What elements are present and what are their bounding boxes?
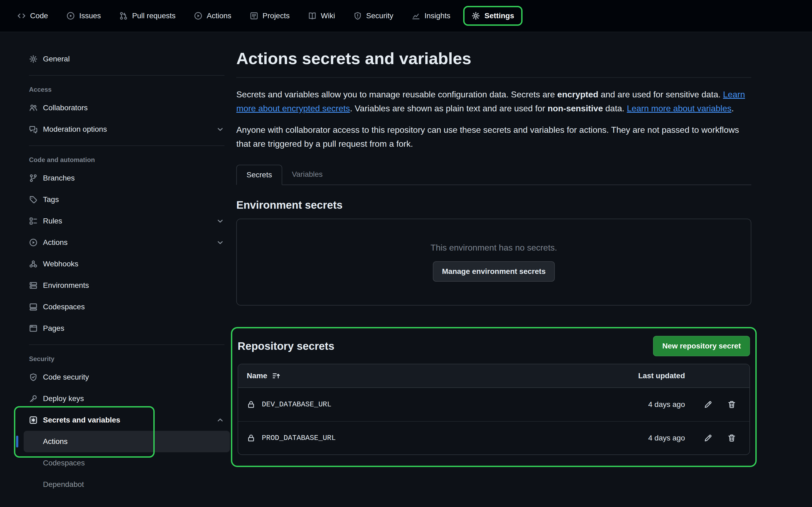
intro-text-segment: and are used for sensitive data. [598, 90, 723, 99]
tab-label: Issues [79, 11, 101, 20]
sidebar-item-branches[interactable]: Branches [23, 167, 230, 189]
chevron-down-icon [216, 125, 224, 133]
key-icon [29, 394, 38, 403]
sidebar-subitem-dependabot[interactable]: Dependabot [23, 474, 230, 495]
sidebar-item-label: Environments [43, 281, 89, 290]
sidebar-item-code-security[interactable]: Code security [23, 367, 230, 388]
codespaces-icon [29, 302, 38, 311]
intro-text-segment: . [731, 104, 734, 113]
intro-text-segment: Secrets and variables allow you to manag… [236, 90, 557, 99]
sidebar-item-webhooks[interactable]: Webhooks [23, 253, 230, 275]
delete-secret-button[interactable] [723, 429, 741, 447]
intro-text-segment: . Variables are shown as plain text and … [350, 104, 548, 113]
sidebar-item-collaborators[interactable]: Collaborators [23, 97, 230, 119]
browser-icon [29, 324, 38, 333]
environment-secrets-empty-box: This environment has no secrets. Manage … [236, 219, 751, 305]
divider [29, 146, 224, 146]
sort-ascending-icon[interactable] [272, 372, 281, 380]
sidebar-item-pages[interactable]: Pages [23, 318, 230, 339]
tab-label: Insights [424, 11, 451, 20]
sidebar-item-label: Branches [43, 174, 74, 182]
gear-icon [29, 55, 38, 63]
sidebar-heading-code-automation: Code and automation [23, 151, 230, 167]
repo-tab-bar: Code Issues Pull requests Actions Projec… [0, 0, 812, 32]
sidebar-item-label: Tags [43, 195, 59, 204]
shield-check-icon [29, 373, 38, 382]
tab-label: Pull requests [132, 11, 175, 20]
shield-icon [353, 11, 362, 20]
sidebar-item-secrets-and-variables[interactable]: Secrets and variables [23, 409, 230, 431]
sidebar-item-label: Codespaces [43, 302, 85, 311]
intro-text-segment: data. [603, 104, 627, 113]
tab-label: Wiki [321, 11, 335, 20]
trash-icon [727, 400, 736, 409]
sidebar-item-label: Webhooks [43, 260, 79, 268]
column-header-name: Name [247, 372, 267, 380]
chevron-down-icon [216, 238, 224, 247]
repository-secrets-table: Name Last updated DEV_DATABASE_URL 4 day… [238, 364, 750, 455]
sidebar-item-label: Deploy keys [43, 394, 84, 403]
sidebar-item-environments[interactable]: Environments [23, 275, 230, 296]
git-pull-request-icon [119, 11, 128, 20]
manage-environment-secrets-button[interactable]: Manage environment secrets [433, 261, 555, 282]
sidebar-subitem-actions[interactable]: Actions [23, 431, 230, 452]
rules-icon [29, 217, 38, 225]
sidebar-item-label: Pages [43, 324, 64, 333]
sidebar-item-label: Secrets and variables [43, 416, 120, 425]
issue-opened-icon [66, 11, 75, 20]
settings-sidebar: General Access Collaborators Moderation … [0, 32, 236, 501]
edit-secret-button[interactable] [699, 395, 717, 414]
tab-pull-requests[interactable]: Pull requests [114, 8, 181, 23]
chevron-down-icon [216, 217, 224, 225]
tab-insights[interactable]: Insights [406, 8, 456, 23]
table-header-row: Name Last updated [238, 364, 750, 388]
tab-settings[interactable]: Settings [463, 6, 522, 26]
tab-issues[interactable]: Issues [61, 8, 106, 23]
tab-wiki[interactable]: Wiki [303, 8, 341, 23]
annotation-box-repository-secrets: Repository secrets New repository secret… [231, 327, 757, 467]
intro-paragraph-2: Anyone with collaborator access to this … [236, 123, 751, 151]
graph-icon [412, 11, 420, 20]
secrets-icon [29, 416, 38, 425]
sidebar-item-label: Rules [43, 217, 62, 225]
tab-code[interactable]: Code [12, 8, 53, 23]
sidebar-item-rules[interactable]: Rules [23, 210, 230, 232]
sidebar-subitem-codespaces[interactable]: Codespaces [23, 452, 230, 474]
sidebar-heading-access: Access [23, 81, 230, 97]
lock-icon [247, 400, 255, 409]
tab-projects[interactable]: Projects [244, 8, 295, 23]
delete-secret-button[interactable] [723, 395, 741, 414]
sidebar-item-label: General [43, 55, 70, 63]
sidebar-item-moderation-options[interactable]: Moderation options [23, 119, 230, 140]
new-repository-secret-button[interactable]: New repository secret [653, 336, 750, 356]
play-icon [194, 11, 202, 20]
table-row: DEV_DATABASE_URL 4 days ago [238, 388, 750, 421]
table-icon [250, 11, 258, 20]
tab-actions[interactable]: Actions [189, 8, 237, 23]
sidebar-item-tags[interactable]: Tags [23, 189, 230, 210]
sidebar-item-actions[interactable]: Actions [23, 232, 230, 253]
secret-name: DEV_DATABASE_URL [262, 400, 332, 408]
sidebar-item-label: Moderation options [43, 125, 107, 133]
sidebar-item-general[interactable]: General [23, 48, 230, 70]
tab-secrets[interactable]: Secrets [236, 165, 282, 185]
table-row: PROD_DATABASE_URL 4 days ago [238, 421, 750, 454]
trash-icon [727, 434, 736, 442]
sidebar-item-codespaces[interactable]: Codespaces [23, 296, 230, 318]
git-branch-icon [29, 174, 38, 182]
tag-icon [29, 195, 38, 204]
tab-variables[interactable]: Variables [282, 165, 333, 185]
tab-security[interactable]: Security [348, 8, 399, 23]
link-variables[interactable]: Learn more about variables [627, 104, 731, 113]
settings-content: Actions secrets and variables Secrets an… [236, 32, 751, 467]
pencil-icon [704, 400, 712, 409]
environment-secrets-heading: Environment secrets [236, 199, 751, 211]
chevron-up-icon [216, 416, 224, 425]
edit-secret-button[interactable] [699, 429, 717, 447]
lock-icon [247, 434, 255, 442]
sidebar-subitem-label: Dependabot [43, 480, 84, 489]
intro-bold-encrypted: encrypted [557, 90, 598, 99]
sidebar-subitem-label: Actions [43, 437, 68, 446]
secrets-variables-tabnav: Secrets Variables [236, 165, 751, 185]
sidebar-item-deploy-keys[interactable]: Deploy keys [23, 388, 230, 409]
